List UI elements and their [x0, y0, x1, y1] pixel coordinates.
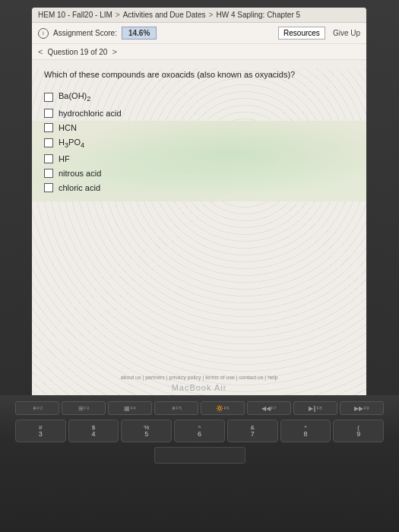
- score-value: 14.6%: [122, 27, 157, 40]
- option-label-5[interactable]: HF: [59, 154, 70, 163]
- option-label-2[interactable]: hydrochloric acid: [59, 109, 122, 118]
- f6-icon: 🔆: [216, 405, 223, 412]
- breadcrumb-sep-1: >: [116, 11, 120, 19]
- content-area: Which of these compounds are oxoacids (a…: [32, 60, 366, 201]
- f9-icon: ▶▶: [354, 405, 363, 412]
- prev-question-button[interactable]: <: [38, 47, 43, 56]
- function-key-row: ☀ F2 ⊞ F3 ▦ F4 ☀ F5 🔆 F6 ◀◀ F7: [0, 395, 399, 418]
- option-3: HCN: [44, 123, 354, 132]
- option-7: chloric acid: [44, 183, 354, 192]
- option-4: H3PO4: [44, 138, 354, 149]
- f8-label: F8: [316, 406, 321, 410]
- checkbox-2[interactable]: [44, 109, 53, 118]
- bottom-bezel: ☀ F2 ⊞ F3 ▦ F4 ☀ F5 🔆 F6 ◀◀ F7: [0, 395, 399, 532]
- breadcrumb-item-1[interactable]: HEM 10 - Fall20 - LIM: [38, 11, 112, 19]
- next-question-button[interactable]: >: [112, 47, 116, 56]
- footer-text: about us | partners | privacy policy | t…: [121, 375, 278, 380]
- f2-label: F2: [37, 406, 43, 410]
- key-8-bottom: 8: [303, 431, 307, 438]
- option-2: hydrochloric acid: [44, 109, 354, 118]
- checkbox-4[interactable]: [44, 138, 53, 147]
- checkbox-6[interactable]: [44, 169, 53, 178]
- nav-bar: HEM 10 - Fall20 - LIM > Activities and D…: [32, 8, 366, 23]
- options-list: Ba(OH)2 hydrochloric acid HCN H3PO4: [44, 91, 354, 192]
- key-8[interactable]: * 8: [280, 420, 331, 442]
- fn-key-f4[interactable]: ▦ F4: [108, 401, 152, 415]
- breadcrumb-item-2[interactable]: Activities and Due Dates: [123, 11, 206, 19]
- assignment-score-label: Assignment Score:: [53, 29, 117, 37]
- f3-icon: ⊞: [78, 405, 84, 412]
- breadcrumb: HEM 10 - Fall20 - LIM > Activities and D…: [38, 11, 360, 19]
- question-nav: < Question 19 of 20 >: [32, 44, 366, 60]
- f3-label: F3: [84, 406, 89, 410]
- checkbox-3[interactable]: [44, 123, 53, 132]
- question-counter: Question 19 of 20: [47, 48, 107, 56]
- option-6: nitrous acid: [44, 169, 354, 178]
- checkbox-7[interactable]: [44, 183, 53, 192]
- option-1: Ba(OH)2: [44, 91, 354, 103]
- score-right: Resources Give Up: [278, 27, 360, 40]
- f5-icon: ☀: [171, 405, 176, 412]
- fn-key-f7[interactable]: ◀◀ F7: [247, 401, 291, 415]
- score-bar: i Assignment Score: 14.6% Resources Give…: [32, 23, 366, 44]
- fn-key-f9[interactable]: ▶▶ F9: [340, 401, 384, 415]
- option-label-3[interactable]: HCN: [59, 123, 77, 132]
- fn-key-f3[interactable]: ⊞ F3: [62, 401, 106, 415]
- breadcrumb-item-3[interactable]: HW 4 Sapling: Chapter 5: [216, 11, 300, 19]
- score-left: i Assignment Score: 14.6%: [38, 27, 157, 40]
- key-4-bottom: 4: [92, 431, 96, 438]
- key-7[interactable]: & 7: [227, 420, 278, 442]
- info-icon[interactable]: i: [38, 28, 49, 39]
- f9-label: F9: [363, 406, 369, 410]
- f7-label: F7: [271, 406, 276, 410]
- macbook-label: MacBook Air: [172, 383, 227, 392]
- key-6[interactable]: ^ 6: [174, 420, 225, 442]
- breadcrumb-sep-2: >: [209, 11, 214, 19]
- key-9-bottom: 9: [356, 431, 360, 438]
- f4-icon: ▦: [124, 405, 130, 412]
- key-7-bottom: 7: [251, 431, 255, 438]
- checkbox-1[interactable]: [44, 93, 53, 102]
- main-key-row: # 3 $ 4 % 5 ^ 6 & 7 * 8: [0, 418, 399, 444]
- key-4[interactable]: $ 4: [68, 420, 119, 442]
- f2-icon: ☀: [32, 405, 37, 412]
- laptop-body: HEM 10 - Fall20 - LIM > Activities and D…: [0, 0, 399, 532]
- trackpad[interactable]: [154, 447, 245, 464]
- f4-label: F4: [130, 406, 135, 410]
- option-5: HF: [44, 154, 354, 163]
- key-9[interactable]: ( 9: [333, 420, 384, 442]
- give-up-button[interactable]: Give Up: [333, 29, 360, 37]
- resources-button[interactable]: Resources: [278, 27, 325, 40]
- key-5[interactable]: % 5: [121, 420, 172, 442]
- key-5-bottom: 5: [144, 431, 148, 438]
- question-text: Which of these compounds are oxoacids (a…: [44, 69, 354, 81]
- key-6-bottom: 6: [198, 431, 201, 438]
- fn-key-f2[interactable]: ☀ F2: [15, 401, 59, 415]
- key-3[interactable]: # 3: [15, 420, 66, 442]
- option-label-6[interactable]: nitrous acid: [59, 169, 101, 178]
- f5-label: F5: [176, 406, 182, 410]
- fn-key-f6[interactable]: 🔆 F6: [201, 401, 245, 415]
- key-3-bottom: 3: [39, 431, 43, 438]
- option-label-4[interactable]: H3PO4: [59, 138, 84, 149]
- option-label-1[interactable]: Ba(OH)2: [59, 91, 90, 103]
- f8-icon: ▶‖: [309, 405, 316, 412]
- footer-links: about us | partners | privacy policy | t…: [32, 375, 366, 380]
- f6-label: F6: [223, 406, 229, 410]
- checkbox-5[interactable]: [44, 154, 53, 163]
- fn-key-f8[interactable]: ▶‖ F8: [293, 401, 337, 415]
- option-label-7[interactable]: chloric acid: [59, 183, 100, 192]
- screen-area: HEM 10 - Fall20 - LIM > Activities and D…: [32, 8, 366, 403]
- f7-icon: ◀◀: [261, 405, 271, 412]
- fn-key-f5[interactable]: ☀ F5: [154, 401, 198, 415]
